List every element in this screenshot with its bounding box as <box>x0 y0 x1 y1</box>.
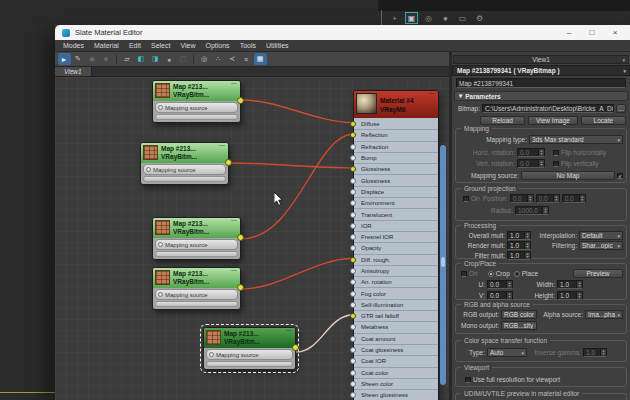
menu-item[interactable]: Edit <box>124 42 146 49</box>
input-socket[interactable] <box>158 105 163 110</box>
material-slot-row[interactable]: Sheen color <box>354 378 438 389</box>
position-z-spinner[interactable]: 0.0▲▼ <box>562 194 586 203</box>
node-header[interactable]: Map #213... VRayBitm... — <box>153 81 240 101</box>
slot-socket[interactable] <box>350 178 356 184</box>
command-panel-tab-icon[interactable]: ⚙ <box>473 12 486 24</box>
mono-output-dropdown[interactable]: RGB...sity▾ <box>501 321 537 330</box>
mapping-source-slot[interactable]: Mapping source <box>155 239 238 250</box>
position-y-spinner[interactable]: 0.0▲▼ <box>536 194 560 203</box>
vraybitmap-node-3[interactable]: Map #213... VRayBitm... — Mapping source <box>152 217 241 260</box>
mapping-source-checkbox[interactable]: ✓ <box>617 173 623 179</box>
flip-vertically-checkbox[interactable] <box>553 161 559 167</box>
menu-item[interactable]: Modes <box>58 42 89 49</box>
slot-socket[interactable] <box>350 132 356 138</box>
toolbar-icon[interactable]: ∴ <box>212 53 225 65</box>
material-slot-row[interactable]: Diffuse <box>354 118 438 129</box>
menu-item[interactable]: Select <box>146 42 175 49</box>
flip-horizontally-checkbox[interactable] <box>553 150 559 156</box>
menu-item[interactable]: View <box>175 42 200 49</box>
slot-socket[interactable] <box>350 381 356 387</box>
slot-socket[interactable] <box>350 166 356 172</box>
spinner-arrows-icon[interactable]: ▲▼ <box>542 207 548 214</box>
material-slot-row[interactable]: Opacity <box>354 242 438 253</box>
spinner-arrows-icon[interactable]: ▲▼ <box>527 195 533 202</box>
input-socket[interactable] <box>158 242 163 247</box>
collapse-icon[interactable]: — <box>219 142 225 148</box>
toolbar-icon[interactable]: ► <box>58 53 71 65</box>
toolbar-icon[interactable]: ▱ <box>121 53 134 65</box>
preview-button[interactable]: Preview <box>573 269 623 278</box>
input-socket[interactable] <box>158 292 163 297</box>
material-slot-row[interactable]: Sheen glossiness <box>354 389 438 400</box>
node-header[interactable]: Map #213... VRayBitm... — <box>153 218 240 238</box>
panel-view-selector[interactable]: View1 ▾ <box>453 55 629 64</box>
reload-button[interactable]: Reload <box>480 116 525 125</box>
toolbar-icon[interactable]: ≡ <box>240 53 253 65</box>
interpolation-dropdown[interactable]: Default▾ <box>579 231 623 240</box>
slot-socket[interactable] <box>350 257 356 263</box>
v-spinner[interactable]: 0.0▲▼ <box>487 291 513 300</box>
menu-item[interactable]: Options <box>201 42 235 49</box>
spinner-arrows-icon[interactable]: ▲▼ <box>506 281 512 288</box>
node-graph-canvas[interactable]: Map #213... VRayBitm... — Mapping source <box>55 77 449 400</box>
collapse-icon[interactable]: — <box>286 327 292 333</box>
material-slot-row[interactable]: Refraction <box>354 141 438 152</box>
spinner-arrows-icon[interactable]: ▲▼ <box>576 292 582 299</box>
material-slot-row[interactable]: Coat glossiness <box>354 344 438 355</box>
filter-mult-spinner[interactable]: 1.0▲▼ <box>507 251 531 260</box>
node-selector-dropdown[interactable]: Map #2138799341 ( VRayBitmap ) ▾ <box>452 65 630 76</box>
material-node-header[interactable]: Material #4 VRayMtl — <box>354 91 438 118</box>
mapping-source-slot[interactable]: Mapping source <box>206 349 293 360</box>
spinner-arrows-icon[interactable]: ▲▼ <box>524 242 530 249</box>
slot-socket[interactable] <box>350 313 356 319</box>
crop-radio[interactable] <box>488 271 494 277</box>
width-spinner[interactable]: 1.0▲▼ <box>557 280 583 289</box>
slot-socket[interactable] <box>350 392 356 398</box>
inverse-gamma-spinner[interactable]: 1.0▲▼ <box>583 348 607 357</box>
minimize-button[interactable]: – <box>564 28 574 37</box>
spinner-arrows-icon[interactable]: ▲▼ <box>538 160 544 167</box>
node-name-input[interactable]: Map #2138799341 <box>456 78 626 88</box>
vraybitmap-node-4[interactable]: Map #213... VRayBitm... — Mapping source <box>152 267 241 310</box>
filtering-dropdown[interactable]: Shar...opic▾ <box>579 241 623 250</box>
material-slot-row[interactable]: Coat color <box>354 367 438 378</box>
full-resolution-checkbox[interactable] <box>465 377 471 383</box>
output-socket[interactable] <box>225 159 232 166</box>
ground-on-checkbox[interactable] <box>463 196 469 202</box>
slot-socket[interactable] <box>350 212 356 218</box>
command-panel-tab-icon[interactable]: + <box>388 12 401 24</box>
spinner-arrows-icon[interactable]: ▲▼ <box>538 149 544 156</box>
menu-item[interactable]: Material <box>89 42 124 49</box>
material-slot-row[interactable]: Bump <box>354 152 438 163</box>
material-slot-row[interactable]: Diff. rough. <box>354 254 438 265</box>
toolbar-icon[interactable]: ▢ <box>177 53 190 65</box>
material-slot-row[interactable]: Fresnel IOR <box>354 231 438 242</box>
vert-rotation-spinner[interactable]: 0.0▲▼ <box>517 159 545 168</box>
material-slot-row[interactable]: Metalness <box>354 321 438 332</box>
node-header[interactable]: Map #213... VRayBitm... — <box>153 268 240 288</box>
close-button[interactable]: × <box>610 28 620 37</box>
command-panel-tab-icon[interactable]: ● <box>439 12 452 24</box>
output-socket[interactable] <box>292 344 299 351</box>
material-slot-row[interactable]: GTR tail falloff <box>354 310 438 321</box>
horiz-rotation-spinner[interactable]: 0.0▲▼ <box>517 148 545 157</box>
spinner-arrows-icon[interactable]: ▲▼ <box>524 252 530 259</box>
material-slot-row[interactable]: Coat IOR <box>354 355 438 366</box>
mapping-source-slot[interactable]: Mapping source <box>155 102 238 113</box>
command-panel-tab-icon[interactable]: ▣ <box>405 12 418 24</box>
material-slot-row[interactable]: Self-illumination <box>354 299 438 310</box>
toolbar-icon[interactable]: ◧ <box>135 53 148 65</box>
toolbar-icon[interactable]: ◨ <box>149 53 162 65</box>
render-mult-spinner[interactable]: 1.0▲▼ <box>507 241 531 250</box>
node-header[interactable]: Map #213... VRayBitm... — <box>141 143 228 163</box>
output-socket[interactable] <box>237 97 244 104</box>
spinner-arrows-icon[interactable]: ▲▼ <box>553 195 559 202</box>
spinner-arrows-icon[interactable]: ▲▼ <box>576 281 582 288</box>
parameters-rollout-header[interactable]: ▾ Parameters <box>454 91 628 101</box>
toolbar-icon[interactable] <box>116 54 117 64</box>
maximize-button[interactable]: □ <box>587 28 597 37</box>
bitmap-path-field[interactable]: C:\Users\Administrator\Desktop\Bricks_A_… <box>482 104 614 113</box>
toolbar-icon[interactable] <box>193 54 194 64</box>
input-socket[interactable] <box>146 167 151 172</box>
slot-socket[interactable] <box>350 155 356 161</box>
